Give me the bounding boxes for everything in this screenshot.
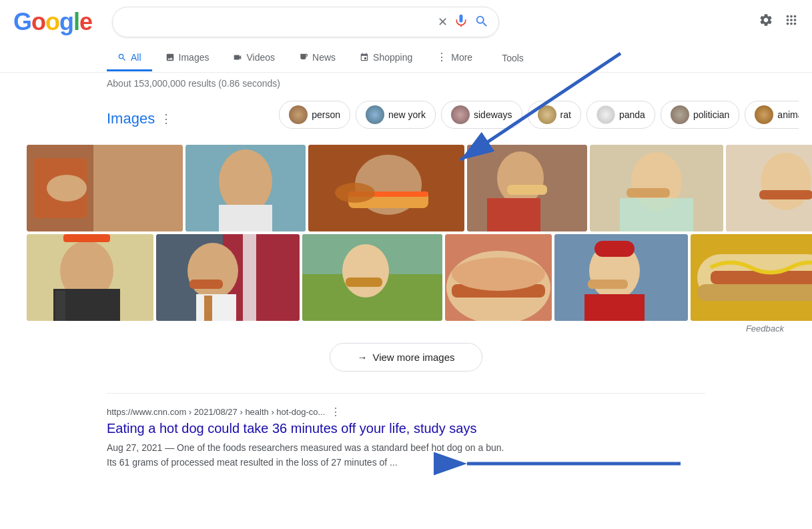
svg-point-15 [497,151,544,205]
image-9[interactable] [302,234,442,321]
chip-sideways[interactable]: sideways [441,101,522,129]
image-6[interactable] [726,145,812,231]
divider [107,393,705,394]
result-more-button[interactable]: ⋮ [330,406,341,418]
svg-rect-36 [204,296,212,321]
image-3[interactable] [308,145,464,231]
search-bar: eating hotdog ✕ [112,7,499,37]
svg-point-34 [187,243,238,299]
svg-rect-35 [196,294,236,321]
chip-rat[interactable]: rat [528,101,581,129]
search-input[interactable]: eating hotdog [122,15,432,29]
tab-news[interactable]: News [288,45,346,71]
image-10[interactable] [445,234,552,321]
svg-rect-17 [507,185,547,195]
image-4[interactable] [467,145,587,231]
svg-point-23 [761,153,811,210]
tools-button[interactable]: Tools [502,53,524,63]
image-grid-row-1 [13,145,799,231]
svg-rect-28 [63,234,110,242]
tab-images[interactable]: Images [155,45,220,71]
image-8[interactable] [156,234,300,321]
tab-all[interactable]: All [107,45,152,71]
svg-rect-48 [594,241,635,257]
svg-point-12 [335,183,375,203]
svg-point-45 [452,257,545,291]
nav-tabs: All Images Videos News Shopping ⋮ More T… [0,44,812,73]
svg-rect-33 [243,234,256,321]
result-snippet: Aug 27, 2021 — One of the foods research… [107,440,574,470]
apps-icon[interactable] [784,13,799,31]
svg-rect-7 [219,205,272,231]
clear-button[interactable]: ✕ [438,15,448,29]
svg-rect-50 [588,280,628,289]
result-url: https://www.cnn.com › 2021/08/27 › healt… [107,406,705,418]
svg-rect-37 [189,280,223,289]
image-1[interactable] [27,145,183,231]
images-section-title: Images [107,110,155,127]
svg-rect-30 [55,291,65,321]
filter-chips: person new york sideways rat panda [185,101,799,129]
svg-rect-21 [627,188,670,197]
settings-icon[interactable] [759,13,773,31]
view-more-images-button[interactable]: → View more images [330,343,482,372]
google-logo: Google [13,8,92,36]
svg-rect-41 [346,278,382,287]
svg-point-3 [47,175,87,201]
svg-point-40 [342,244,389,298]
mic-icon[interactable] [454,14,468,31]
image-2[interactable] [185,145,306,231]
svg-rect-24 [759,190,812,199]
image-5[interactable] [590,145,723,231]
images-menu-icon[interactable]: ⋮ [160,111,172,126]
svg-point-6 [219,149,272,213]
tab-more[interactable]: ⋮ More [426,44,483,72]
tab-shopping[interactable]: Shopping [349,45,423,71]
chip-animal[interactable]: animal [745,101,799,129]
search-result: https://www.cnn.com › 2021/08/27 › healt… [0,399,812,477]
image-12[interactable] [691,234,812,321]
chip-new-york[interactable]: new york [356,101,436,129]
arrow-right-icon: → [357,352,367,363]
svg-rect-54 [697,284,812,301]
image-grid-row-2 [13,234,799,321]
image-11[interactable] [554,234,688,321]
search-button[interactable] [474,14,489,31]
svg-rect-49 [584,294,645,321]
chip-panda[interactable]: panda [586,101,655,129]
chip-person[interactable]: person [279,101,350,129]
feedback-label: Feedback [13,324,799,334]
result-title-link[interactable]: Eating a hot dog could take 36 minutes o… [107,421,705,436]
image-7[interactable] [27,234,153,321]
results-info: About 153,000,000 results (0.86 seconds) [0,73,812,94]
tab-videos[interactable]: Videos [222,45,286,71]
chip-politician[interactable]: politician [661,101,739,129]
svg-rect-20 [620,198,693,231]
svg-rect-16 [487,198,540,231]
